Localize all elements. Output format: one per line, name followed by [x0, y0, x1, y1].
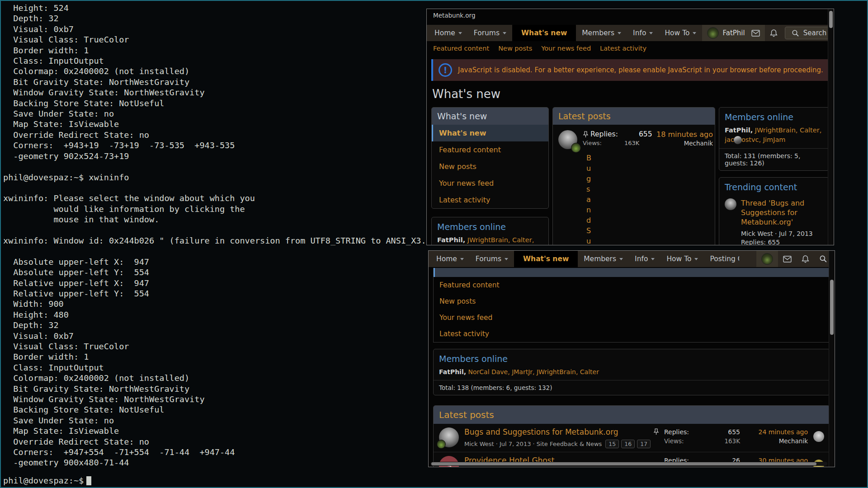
- bell-icon[interactable]: [765, 25, 783, 41]
- nav-whats-new[interactable]: What's new: [512, 25, 576, 41]
- nav-how-to[interactable]: How To: [660, 251, 704, 267]
- nav-whats-new[interactable]: What's new: [514, 251, 578, 267]
- subnav-your-news-feed[interactable]: Your news feed: [541, 45, 591, 52]
- javascript-alert: JavaScript is disabled. For a better exp…: [431, 59, 829, 81]
- subnav-new-posts[interactable]: New posts: [498, 45, 532, 52]
- views-value: 163K: [624, 140, 639, 146]
- nav-members[interactable]: Members: [578, 251, 629, 267]
- member-jimjam[interactable]: JimJam: [763, 136, 786, 143]
- nav-right-group: FatPhil Search: [702, 25, 834, 41]
- envelope-icon[interactable]: [751, 30, 760, 37]
- sidebar-item-whats-new[interactable]: What's new: [432, 125, 548, 141]
- nav-info[interactable]: Info: [629, 251, 660, 267]
- chevron-down-icon: [505, 258, 508, 260]
- trending-thread-link[interactable]: Thread 'Bugs and Suggestions for Metabun…: [741, 198, 823, 227]
- account-menu[interactable]: [756, 251, 778, 267]
- pin-icon: [653, 428, 659, 435]
- nav-home[interactable]: Home: [429, 25, 468, 41]
- member-calter[interactable]: Calter: [580, 368, 599, 375]
- scrollbar-thumb[interactable]: [830, 280, 834, 335]
- avatar-jackostvc: [734, 136, 742, 144]
- subnav-featured-content[interactable]: Featured content: [433, 45, 489, 52]
- search-icon: [792, 29, 799, 37]
- sidebar-item-latest-activity[interactable]: Latest activity: [432, 192, 548, 208]
- nav-posting-guidelines[interactable]: Posting Gu: [704, 251, 739, 267]
- views-label: Views:: [664, 437, 684, 445]
- member-jackostvc-post[interactable]: ostvc,: [741, 136, 761, 143]
- nav-forums[interactable]: Forums: [470, 251, 514, 267]
- chevron-down-icon: [460, 258, 464, 260]
- menu-item-your-news-feed[interactable]: Your news feed: [434, 310, 830, 326]
- member-calter[interactable]: Calter,: [800, 127, 821, 134]
- members-online-panel: Members online FatPhil, JWrightBrain, Ca…: [719, 107, 829, 171]
- nav-forums[interactable]: Forums: [468, 25, 512, 41]
- thread-row[interactable]: Bugs and Suggestions for Metabunk.org Mi…: [434, 424, 830, 452]
- member-fatphil[interactable]: FatPhil,: [725, 127, 753, 134]
- bell-icon[interactable]: [797, 251, 814, 267]
- trending-thread-meta: Mick West · Jul 7, 2013: [741, 230, 823, 237]
- latest-post-row[interactable]: Replies: 655 Views: 163K 18 minutes ago …: [553, 125, 715, 151]
- username: FatPhil: [722, 29, 745, 37]
- chevron-down-icon: [619, 258, 623, 260]
- nav-home[interactable]: Home: [430, 251, 470, 267]
- scrollbar-thumb[interactable]: [431, 462, 816, 465]
- terminal-cursor: [86, 476, 91, 485]
- member-fatphil[interactable]: FatPhil,: [437, 236, 465, 244]
- avatar-mechanik[interactable]: [813, 431, 824, 442]
- views-label: Views:: [583, 140, 602, 146]
- alert-text: JavaScript is disabled. For a better exp…: [458, 66, 823, 75]
- post-time[interactable]: 24 minutes ago: [745, 428, 808, 436]
- menu-item-latest-activity[interactable]: Latest activity: [434, 326, 830, 342]
- member-jmartjr[interactable]: JMartJr,: [512, 368, 534, 375]
- nav-info[interactable]: Info: [627, 25, 659, 41]
- sidebar-item-whats-new-clipped[interactable]: [434, 268, 830, 277]
- member-norcal-dave[interactable]: NorCal Dave,: [468, 368, 509, 375]
- vertical-thread-title[interactable]: B u g s a n d S u: [586, 153, 715, 245]
- main-nav: Home Forums What's new Members Info How …: [427, 25, 834, 41]
- search-button[interactable]: Search: [785, 27, 834, 39]
- page-link-15[interactable]: 15: [605, 440, 619, 448]
- member-jwrightbrain[interactable]: JWrightBrain,: [755, 127, 798, 134]
- scrollbar-vertical[interactable]: [828, 9, 834, 245]
- members-online-panel-clipped: Members online FatPhil, JWrightBrain, Ca…: [431, 217, 549, 245]
- browser-window-bottom: Home Forums What's new Members Info How …: [428, 250, 835, 467]
- sidebar-item-featured-content[interactable]: Featured content: [432, 141, 548, 158]
- chevron-down-icon: [458, 32, 462, 34]
- menu-item-featured-content[interactable]: Featured content: [434, 277, 830, 293]
- page-link-16[interactable]: 16: [621, 440, 635, 448]
- page-links: 15 16 17: [605, 440, 651, 448]
- menu-item-new-posts[interactable]: New posts: [434, 293, 830, 310]
- post-time[interactable]: 18 minutes ago: [656, 130, 713, 139]
- main-nav: Home Forums What's new Members Info How …: [429, 251, 835, 267]
- sidebar-item-your-news-feed[interactable]: Your news feed: [432, 175, 548, 192]
- post-last-poster[interactable]: Mechanik: [656, 140, 713, 147]
- terminal-output: Height: 524 Depth: 32 Visual: 0xb7 Visua…: [3, 3, 436, 468]
- sidebar-item-new-posts[interactable]: New posts: [432, 158, 548, 175]
- scrollbar-horizontal[interactable]: [430, 462, 827, 466]
- thread-title[interactable]: Bugs and Suggestions for Metabunk.org: [464, 427, 659, 436]
- member-links[interactable]: JWrightBrain, Calter,: [467, 236, 534, 244]
- member-fatphil[interactable]: FatPhil,: [439, 368, 466, 375]
- envelope-icon[interactable]: [778, 251, 797, 267]
- member-jwrightbrain[interactable]: JWrightBrain,: [537, 368, 578, 375]
- latest-posts-panel: Latest posts Bugs and Suggestions for Me…: [433, 405, 830, 467]
- nav-members[interactable]: Members: [576, 25, 627, 41]
- chevron-down-icon: [503, 32, 506, 34]
- subnav-latest-activity[interactable]: Latest activity: [600, 45, 646, 52]
- whats-new-panel-title: What's new: [432, 108, 548, 125]
- account-menu[interactable]: FatPhil: [702, 25, 764, 41]
- members-online-panel: Members online FatPhil, NorCal Dave, JMa…: [433, 349, 830, 395]
- latest-posts-title: Latest posts: [553, 108, 715, 125]
- whats-new-menu-panel: Featured content New posts Your news fee…: [433, 268, 830, 343]
- page-link-17[interactable]: 17: [637, 440, 651, 448]
- avatar-overlay: [571, 143, 581, 153]
- member-jackostvc-pre[interactable]: jac: [725, 136, 734, 143]
- post-last-poster[interactable]: jarlrmai: [745, 466, 808, 467]
- scrollbar-thumb[interactable]: [829, 11, 833, 28]
- views-label: Views:: [664, 466, 684, 467]
- post-last-poster[interactable]: Mechanik: [745, 437, 808, 445]
- terminal-prompt-text: phil@dovespaz:~$: [3, 476, 84, 485]
- scrollbar-vertical[interactable]: [829, 251, 835, 467]
- chevron-down-icon: [651, 258, 655, 260]
- nav-how-to[interactable]: How To: [659, 25, 702, 41]
